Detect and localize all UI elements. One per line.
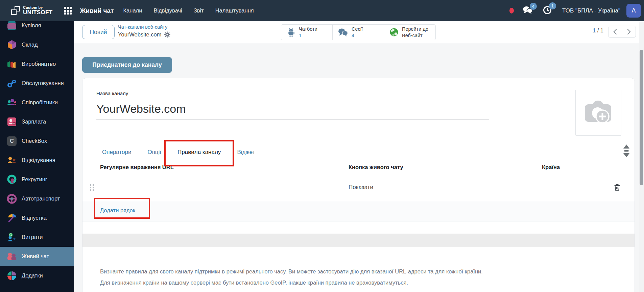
company-switcher[interactable]: ТОВ "БПЛА - Україна": [562, 7, 620, 14]
payroll-icon: [7, 117, 17, 127]
tabs-divider: [82, 159, 635, 159]
sidebar-item-attendance[interactable]: Відвідування: [0, 151, 74, 170]
activity-clock-icon[interactable]: 1: [543, 5, 552, 16]
sidebar-item-label: Співробітники: [22, 99, 58, 106]
sidebar-item-livechat[interactable]: Живий чат: [0, 247, 74, 266]
sidebar-item-fleet[interactable]: Автотранспорт: [0, 189, 74, 208]
top-bar: Custom by UNITSOFT Живий чат Канали Відв…: [0, 0, 644, 21]
attendance-icon: [7, 155, 17, 165]
chevron-left-icon: [613, 29, 617, 35]
page-scrollbar[interactable]: [639, 21, 644, 292]
scroll-bar-icon: [624, 150, 629, 152]
tab-channel-rules[interactable]: Правила каналу: [169, 145, 229, 159]
expenses-icon: [7, 232, 17, 242]
recruitment-icon: [7, 175, 17, 185]
sidebar-item-label: Виробництво: [22, 61, 56, 67]
messages-badge: 4: [530, 3, 537, 10]
pager-next-button[interactable]: [622, 26, 636, 38]
livechat-icon: [7, 251, 17, 262]
checkbox-icon: C: [7, 136, 17, 146]
menu-report[interactable]: Звіт: [194, 7, 204, 14]
go-to-website-line2: Веб-сайт: [402, 32, 428, 38]
gear-icon[interactable]: [164, 31, 170, 38]
add-row-link[interactable]: Додати рядок: [100, 207, 135, 214]
channel-name-input[interactable]: [96, 99, 489, 120]
join-channel-button[interactable]: Приєднатися до каналу: [82, 57, 172, 73]
user-avatar[interactable]: A: [626, 4, 641, 18]
sidebar-item-expenses[interactable]: Витрати: [0, 228, 74, 247]
drag-handle-icon[interactable]: [90, 184, 94, 191]
header-livechat-button: Кнопка живого чату: [349, 164, 403, 170]
pager-previous-button[interactable]: [608, 26, 622, 38]
sidebar-item-label: Автотранспорт: [22, 195, 60, 202]
sidebar-item-employees[interactable]: Співробітники: [0, 93, 74, 112]
sidebar-item-timeoff[interactable]: Відпустка: [0, 208, 74, 228]
sidebar-item-label: CheckBox: [22, 138, 47, 144]
channel-name-label: Назва каналу: [96, 90, 128, 96]
sidebar-item-label: Додатки: [22, 272, 43, 279]
channel-image-placeholder[interactable]: [575, 90, 621, 136]
activity-badge: 1: [549, 2, 556, 9]
chat-bubbles-icon: [338, 28, 348, 37]
empty-row-stripe: [82, 234, 635, 247]
sidebar-item-label: Відпустка: [22, 215, 47, 221]
robot-icon: [287, 28, 295, 37]
status-red-dot: [509, 8, 514, 14]
sidebar-item-label: Витрати: [22, 234, 43, 240]
breadcrumb: Чат-канали веб-сайту YourWebsite.com: [118, 24, 170, 39]
purchase-icon: [7, 21, 17, 31]
help-line-2: Для визначення країни на вашому сервері …: [100, 277, 483, 288]
stat-chatbots-button[interactable]: Чатботи 1: [281, 25, 333, 40]
camera-plus-icon: [583, 99, 614, 127]
stat-sessions-value: 4: [352, 32, 363, 38]
stat-button-group: Чатботи 1 Сесії 4 Перейти до Веб-сайт: [281, 24, 436, 40]
employees-icon: [7, 98, 17, 108]
tab-options[interactable]: Опції: [139, 145, 169, 159]
maintenance-icon: [7, 78, 17, 88]
stat-sessions-button[interactable]: Сесії 4: [333, 25, 384, 40]
stat-chatbots-label: Чатботи: [299, 26, 317, 32]
tab-operators[interactable]: Оператори: [94, 145, 139, 159]
scrollbar-thumb[interactable]: [640, 50, 643, 185]
menu-visitors[interactable]: Відвідувачі: [153, 7, 182, 14]
row-action-value[interactable]: Показати: [349, 184, 373, 191]
scroll-down-icon[interactable]: [623, 153, 629, 157]
trash-icon[interactable]: [614, 184, 620, 192]
stat-sessions-label: Сесії: [352, 26, 363, 32]
table-row[interactable]: Показати: [82, 175, 635, 201]
sidebar-item-apps[interactable]: Додатки: [0, 266, 74, 285]
add-row-band: Додати рядок: [82, 201, 635, 221]
sidebar-item-label: Купівля: [22, 22, 41, 29]
sidebar-item-maintenance[interactable]: Обслуговування: [0, 74, 74, 93]
sidebar-item-label: Живий чат: [22, 253, 49, 260]
chevron-right-icon: [627, 29, 631, 35]
header-country: Країна: [542, 164, 560, 170]
rules-table-header: Регулярне вираження URL Кнопка живого ча…: [82, 162, 635, 175]
menu-settings[interactable]: Налаштування: [215, 7, 254, 14]
stat-chatbots-value: 1: [299, 32, 317, 38]
pager-counter: 1 / 1: [593, 27, 603, 34]
sidebar-item-label: Склад: [22, 42, 38, 48]
current-app-title[interactable]: Живий чат: [80, 7, 114, 15]
scroll-up-icon[interactable]: [623, 144, 629, 149]
sidebar-item-payroll[interactable]: Зарплата: [0, 112, 74, 131]
menu-channels[interactable]: Канали: [123, 7, 142, 14]
unitsoft-logo-icon: [11, 6, 20, 15]
header-url-regex: Регулярне вираження URL: [100, 164, 174, 170]
sidebar-item-manufacturing[interactable]: Виробництво: [0, 54, 74, 74]
fleet-icon: [7, 194, 17, 204]
sidebar-item-checkbox[interactable]: C CheckBox: [0, 131, 74, 151]
inventory-icon: [7, 40, 17, 50]
breadcrumb-parent[interactable]: Чат-канали веб-сайту: [118, 24, 170, 31]
sidebar-item-purchase[interactable]: Купівля: [0, 21, 74, 35]
app-sidebar: Купівля Склад Виробництво Обслуговування…: [0, 21, 74, 292]
go-to-website-line1: Перейти до: [402, 26, 428, 32]
apps-grid-icon[interactable]: [64, 7, 72, 15]
tab-widget[interactable]: Віджет: [229, 145, 263, 159]
top-menu: Канали Відвідувачі Звіт Налаштування: [123, 7, 254, 14]
messages-icon[interactable]: 4: [523, 6, 533, 16]
sidebar-item-recruitment[interactable]: Рекрутинг: [0, 170, 74, 189]
new-button[interactable]: Новий: [82, 25, 115, 39]
go-to-website-button[interactable]: Перейти до Веб-сайт: [384, 25, 435, 40]
sidebar-item-inventory[interactable]: Склад: [0, 35, 74, 54]
